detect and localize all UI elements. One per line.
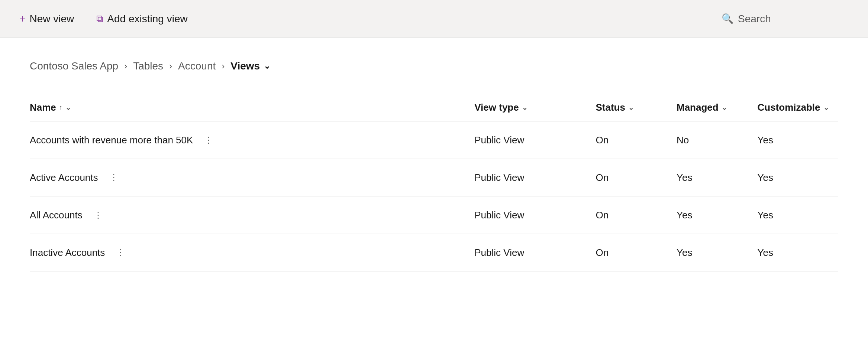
table-row: Accounts with revenue more than 50K ⋮ Pu…: [30, 121, 838, 159]
col-header-name: Name ↑ ⌄: [30, 94, 474, 121]
status-sort-icon: ⌄: [628, 104, 634, 112]
col-status-label: Status: [596, 102, 625, 113]
col-customizable-label: Customizable: [758, 102, 820, 113]
cell-managed-3: Yes: [677, 234, 758, 271]
breadcrumb-sep-2: ›: [169, 61, 172, 71]
views-table: Name ↑ ⌄ View type ⌄ Status ⌄: [30, 94, 838, 271]
cell-viewtype-0: Public View: [474, 121, 596, 159]
cell-name-1: Active Accounts ⋮: [30, 159, 474, 196]
col-header-customizable: Customizable ⌄: [758, 94, 839, 121]
table-header-row: Name ↑ ⌄ View type ⌄ Status ⌄: [30, 94, 838, 121]
row-more-options-3[interactable]: ⋮: [112, 246, 129, 259]
add-existing-view-button[interactable]: ⧉ Add existing view: [92, 10, 192, 28]
viewtype-sort-control[interactable]: View type ⌄: [474, 102, 527, 113]
managed-sort-control[interactable]: Managed ⌄: [677, 102, 727, 113]
customizable-sort-icon: ⌄: [823, 104, 829, 112]
cell-customizable-2: Yes: [758, 196, 839, 234]
cell-managed-0: No: [677, 121, 758, 159]
row-name-text-0[interactable]: Accounts with revenue more than 50K: [30, 134, 193, 146]
cell-name-2: All Accounts ⋮: [30, 196, 474, 234]
toolbar: + New view ⧉ Add existing view 🔍 Search: [0, 0, 868, 38]
cell-status-2: On: [596, 196, 677, 234]
cell-name-0: Accounts with revenue more than 50K ⋮: [30, 121, 474, 159]
row-more-options-2[interactable]: ⋮: [90, 208, 107, 222]
cell-managed-2: Yes: [677, 196, 758, 234]
row-name-text-3[interactable]: Inactive Accounts: [30, 247, 105, 258]
status-sort-control[interactable]: Status ⌄: [596, 102, 634, 113]
table-row: Active Accounts ⋮ Public View On Yes Yes: [30, 159, 838, 196]
breadcrumb-chevron-icon[interactable]: ⌄: [264, 61, 270, 71]
cell-status-3: On: [596, 234, 677, 271]
cell-status-1: On: [596, 159, 677, 196]
table-row: All Accounts ⋮ Public View On Yes Yes: [30, 196, 838, 234]
search-area[interactable]: 🔍 Search: [717, 10, 853, 28]
cell-status-0: On: [596, 121, 677, 159]
managed-sort-icon: ⌄: [722, 104, 727, 112]
col-header-managed: Managed ⌄: [677, 94, 758, 121]
cell-name-3: Inactive Accounts ⋮: [30, 234, 474, 271]
cell-viewtype-3: Public View: [474, 234, 596, 271]
customizable-sort-control[interactable]: Customizable ⌄: [758, 102, 829, 113]
search-icon: 🔍: [722, 13, 733, 25]
cell-managed-1: Yes: [677, 159, 758, 196]
breadcrumb-app[interactable]: Contoso Sales App: [30, 60, 118, 72]
new-view-icon: +: [19, 13, 26, 25]
add-existing-icon: ⧉: [96, 13, 103, 25]
cell-viewtype-2: Public View: [474, 196, 596, 234]
toolbar-right: 🔍 Search: [702, 0, 853, 38]
cell-customizable-1: Yes: [758, 159, 839, 196]
col-name-label: Name: [30, 102, 56, 113]
col-header-status: Status ⌄: [596, 94, 677, 121]
col-viewtype-label: View type: [474, 102, 519, 113]
name-sort-control[interactable]: Name ↑ ⌄: [30, 102, 71, 113]
cell-customizable-3: Yes: [758, 234, 839, 271]
sort-down-icon: ⌄: [65, 104, 71, 112]
row-name-text-1[interactable]: Active Accounts: [30, 172, 98, 183]
row-name-text-2[interactable]: All Accounts: [30, 209, 83, 221]
cell-customizable-0: Yes: [758, 121, 839, 159]
breadcrumb-account[interactable]: Account: [178, 60, 216, 72]
table-row: Inactive Accounts ⋮ Public View On Yes Y…: [30, 234, 838, 271]
breadcrumb-sep-1: ›: [124, 61, 127, 71]
breadcrumb: Contoso Sales App › Tables › Account › V…: [30, 60, 838, 72]
toolbar-left: + New view ⧉ Add existing view: [15, 10, 192, 28]
viewtype-sort-icon: ⌄: [522, 104, 527, 112]
new-view-button[interactable]: + New view: [15, 10, 78, 28]
search-label: Search: [738, 13, 771, 25]
col-managed-label: Managed: [677, 102, 719, 113]
new-view-label: New view: [30, 13, 74, 25]
row-more-options-1[interactable]: ⋮: [106, 171, 122, 184]
breadcrumb-current: Views ⌄: [230, 60, 270, 72]
breadcrumb-sep-3: ›: [222, 61, 225, 71]
col-header-viewtype: View type ⌄: [474, 94, 596, 121]
main-content: Contoso Sales App › Tables › Account › V…: [0, 38, 868, 348]
row-more-options-0[interactable]: ⋮: [200, 133, 217, 147]
cell-viewtype-1: Public View: [474, 159, 596, 196]
add-existing-label: Add existing view: [107, 13, 187, 25]
breadcrumb-current-label: Views: [230, 60, 260, 72]
breadcrumb-tables[interactable]: Tables: [133, 60, 163, 72]
sort-up-icon: ↑: [59, 104, 62, 111]
